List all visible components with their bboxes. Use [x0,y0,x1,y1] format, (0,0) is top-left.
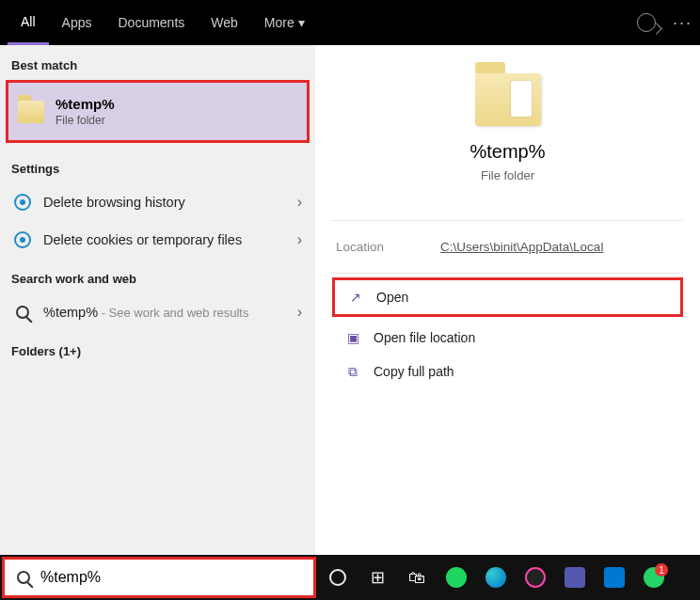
best-match-title: %temp% [56,96,115,112]
folders-label: Folders (1+) [0,331,315,366]
preview-title: %temp% [332,141,683,163]
folder-icon [18,101,44,123]
action-label: Open file location [374,330,475,345]
tab-documents[interactable]: Documents [104,0,198,45]
taskbar-search[interactable] [2,557,316,598]
action-open[interactable]: ↗ Open [332,277,683,317]
action-copy-path[interactable]: ⧉ Copy full path [332,355,683,388]
taskbar: ⊞ 🛍 1 [0,555,700,600]
location-value[interactable]: C:\Users\binit\AppData\Local [440,240,603,254]
setting-delete-cookies[interactable]: Delete cookies or temporary files › [0,221,315,259]
preview-pane: %temp% File folder Location C:\Users\bin… [315,45,700,555]
chevron-right-icon: › [297,194,302,211]
copy-icon: ⧉ [345,364,360,379]
web-result-item[interactable]: %temp% - See work and web results › [0,293,315,331]
account-icon[interactable] [637,13,656,32]
setting-delete-history[interactable]: Delete browsing history › [0,183,315,221]
search-results-main: Best match %temp% File folder Settings D… [0,45,700,555]
chevron-down-icon: ▾ [298,15,305,30]
gear-icon [13,193,32,212]
best-match-label: Best match [0,45,315,80]
outlook-icon[interactable] [598,561,630,593]
preview-subtitle: File folder [332,168,683,182]
results-left-pane: Best match %temp% File folder Settings D… [0,45,315,555]
open-icon: ↗ [348,290,363,305]
search-icon [13,303,32,322]
more-options-icon[interactable]: ··· [673,13,692,33]
tab-more-label: More [264,15,294,30]
chevron-right-icon: › [297,304,302,321]
tab-all[interactable]: All [8,0,49,45]
notification-badge: 1 [655,563,668,576]
tab-apps[interactable]: Apps [49,0,105,45]
tab-more[interactable]: More ▾ [251,0,318,45]
spotify-icon[interactable] [440,561,472,593]
web-result-suffix: - See work and web results [98,306,248,320]
search-filter-tabbar: All Apps Documents Web More ▾ ··· [0,0,700,45]
cortana-icon[interactable] [322,561,354,593]
search-input[interactable] [40,569,304,586]
task-view-icon[interactable]: ⊞ [361,561,393,593]
chevron-right-icon: › [297,231,302,248]
divider [332,273,683,274]
action-label: Copy full path [374,364,454,379]
teams-icon[interactable] [559,561,591,593]
paint-icon[interactable] [519,561,551,593]
edge-icon[interactable] [480,561,512,593]
search-work-web-label: Search work and web [0,259,315,293]
setting-label: Delete cookies or temporary files [43,232,242,247]
store-icon[interactable]: 🛍 [401,561,433,593]
folder-open-icon: ▣ [345,330,360,345]
action-open-location[interactable]: ▣ Open file location [332,321,683,355]
setting-label: Delete browsing history [43,195,185,210]
whatsapp-icon[interactable]: 1 [638,561,670,593]
best-match-item[interactable]: %temp% File folder [6,80,310,143]
location-label: Location [336,240,384,254]
best-match-subtitle: File folder [56,114,115,127]
folder-icon [475,73,541,126]
settings-label: Settings [0,149,315,183]
gear-icon [13,230,32,249]
web-result-term: %temp% [43,305,98,320]
tab-web[interactable]: Web [198,0,251,45]
action-label: Open [376,290,408,305]
search-icon [14,568,33,587]
